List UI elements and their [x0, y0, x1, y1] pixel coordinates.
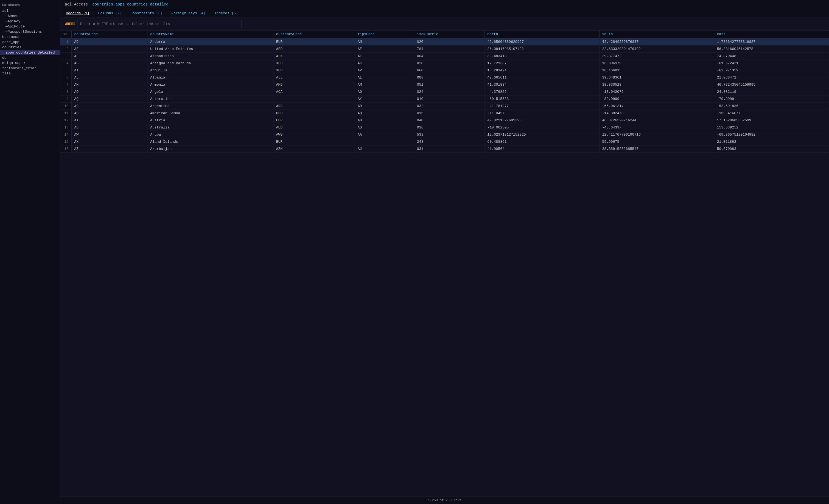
table-row[interactable]: 9AQAntarcticaAY010-60.515533-89.9999179.… — [60, 96, 829, 103]
sidebar-item-apps-countries-detailed[interactable]: apps_countries_detailed — [0, 50, 60, 55]
cell-countryName: Andorra — [147, 38, 274, 45]
table-row[interactable]: 14AWArubaAWGAA53312.62371812715292512.41… — [60, 131, 829, 138]
cell-isoNumeric: 533 — [414, 131, 484, 138]
sidebar-item-melquisuper[interactable]: melquisuper — [0, 60, 60, 66]
cell-north: -60.515533 — [484, 96, 599, 103]
cell-south: 38.830528 — [599, 81, 714, 88]
table-row[interactable]: 15AXÅland IslandsEUR24860.48886159.90675… — [60, 138, 829, 145]
table-row[interactable]: 7AMArmeniaAMDAM05141.30183438.83052846.7… — [60, 81, 829, 88]
sidebar-item-acl[interactable]: acl — [0, 8, 60, 13]
table-row[interactable]: 10ARArgentinaARSAR032-21.781277-55.06131… — [60, 103, 829, 110]
tab-separator: | — [125, 11, 127, 15]
table-body: 1ADAndorraEURAN02042.6560438962999742.42… — [60, 38, 829, 153]
cell-east: 24.082119 — [714, 88, 829, 96]
pagination-info: 1-250 of 250 rows — [428, 499, 462, 502]
tab-columns[interactable]: Columns [2] — [97, 11, 123, 16]
sidebar-item-countries[interactable]: countries — [0, 45, 60, 50]
col-header-fipsCode[interactable]: fipsCode — [355, 31, 414, 38]
sidebar-item-core_app[interactable]: core_app — [0, 39, 60, 45]
cell-south: 46.3726520216244 — [599, 117, 714, 124]
data-table: idcountryCodecountryNamecurrencyCodefips… — [60, 31, 829, 153]
col-header-id[interactable]: id — [60, 31, 71, 38]
col-header-currencyCode[interactable]: currencyCode — [273, 31, 355, 38]
cell-south: -43.64397 — [599, 124, 714, 131]
cell-east: -69.86575120104982 — [714, 131, 829, 138]
table-row[interactable]: 11ASAmerican SamoaUSDAQ016-11.0497-14.38… — [60, 110, 829, 117]
cell-id: 12 — [60, 117, 71, 124]
table-row[interactable]: 6ALAlbaniaALLAL00842.66561139.64836121.0… — [60, 74, 829, 81]
tab-records[interactable]: Records [1] — [65, 11, 91, 16]
cell-fipsCode: AN — [355, 38, 414, 45]
cell-east: 21.011862 — [714, 138, 829, 145]
table-row[interactable]: 5AIAnguillaXCDAV66018.28342418.166815-62… — [60, 67, 829, 74]
cell-id: 11 — [60, 110, 71, 117]
table-row[interactable]: 2AEUnited Arab EmiratesAEDAE78426.084159… — [60, 45, 829, 53]
cell-fipsCode: AC — [355, 60, 414, 67]
table-row[interactable]: 1ADAndorraEURAN02042.6560438962999742.42… — [60, 38, 829, 45]
table-row[interactable]: 13AUAustraliaAUDAS036-10.062805-43.64397… — [60, 124, 829, 131]
cell-countryName: Antigua and Barbuda — [147, 60, 274, 67]
sidebar-item-business[interactable]: business — [0, 34, 60, 39]
cell-isoNumeric: 010 — [414, 96, 484, 103]
where-keyword: WHERE — [65, 22, 75, 26]
cell-id: 14 — [60, 131, 71, 138]
cell-east: 179.9999 — [714, 96, 829, 103]
sidebar-item-acl-passportsessions[interactable]: —PassportSessions — [0, 29, 60, 34]
sidebar-header: Databases — [0, 2, 60, 8]
sidebar-item-db[interactable]: db — [0, 55, 60, 60]
cell-east: 56.38166046142578 — [714, 45, 829, 53]
cell-south: -89.9999 — [599, 96, 714, 103]
cell-currencyCode: AZN — [273, 145, 355, 153]
cell-currencyCode: AWG — [273, 131, 355, 138]
cell-south: 29.377472 — [599, 53, 714, 60]
cell-isoNumeric: 020 — [414, 38, 484, 45]
cell-countryName: Australia — [147, 124, 274, 131]
cell-east: 1.7865427778319827 — [714, 38, 829, 45]
tab-separator: | — [93, 11, 95, 15]
col-header-countryCode[interactable]: countryCode — [71, 31, 147, 38]
cell-countryCode: AE — [71, 45, 147, 53]
cell-south: -14.382478 — [599, 110, 714, 117]
cell-south: 38.38915252685547 — [599, 145, 714, 153]
cell-fipsCode: AE — [355, 45, 414, 53]
sidebar-item-acl-apikey[interactable]: —ApiKey — [0, 19, 60, 24]
cell-id: 15 — [60, 138, 71, 145]
sidebar-item-restaurant-cesar[interactable]: restaurant_cesar — [0, 66, 60, 71]
cell-countryCode: AD — [71, 38, 147, 45]
cell-countryName: Azerbaijan — [147, 145, 274, 153]
cell-north: 49.0211627691393 — [484, 117, 599, 124]
cell-isoNumeric: 040 — [414, 117, 484, 124]
col-header-isoNumeric[interactable]: isoNumeric — [414, 31, 484, 38]
tab-constraints[interactable]: Constraints [3] — [129, 11, 164, 16]
col-header-countryName[interactable]: countryName — [147, 31, 274, 38]
table-row[interactable]: 4AGAntigua and BarbudaXCDAC02817.7293871… — [60, 60, 829, 67]
sidebar-item-acl-access[interactable]: —Access — [0, 13, 60, 19]
col-header-east[interactable]: east — [714, 31, 829, 38]
table-row[interactable]: 12ATAustriaEURAU04049.021162769139346.37… — [60, 117, 829, 124]
table-row[interactable]: 16AZAzerbaijanAZNAJ03141.9056438.3891525… — [60, 145, 829, 153]
filter-input[interactable] — [77, 20, 242, 28]
tab-indexes[interactable]: Indexes [5] — [213, 11, 239, 16]
cell-isoNumeric: 024 — [414, 88, 484, 96]
cell-north: 38.483418 — [484, 53, 599, 60]
table-header: idcountryCodecountryNamecurrencyCodefips… — [60, 31, 829, 38]
cell-south: 16.996979 — [599, 60, 714, 67]
cell-countryCode: AO — [71, 88, 147, 96]
table-row[interactable]: 8AOAngolaAOAAO024-4.376826-18.04207624.0… — [60, 88, 829, 96]
cell-east: -53.591835 — [714, 103, 829, 110]
cell-fipsCode: AR — [355, 103, 414, 110]
col-header-south[interactable]: south — [599, 31, 714, 38]
cell-countryCode: AS — [71, 110, 147, 117]
cell-countryName: Albania — [147, 74, 274, 81]
col-header-north[interactable]: north — [484, 31, 599, 38]
cell-east: 50.370083 — [714, 145, 829, 153]
cell-id: 6 — [60, 74, 71, 81]
table-row[interactable]: 3AFAfghanistanAFNAF00438.48341829.377472… — [60, 53, 829, 60]
cell-isoNumeric: 004 — [414, 53, 484, 60]
tab-foreignkeys[interactable]: Foreign Keys [4] — [170, 11, 207, 16]
sidebar-item-tila[interactable]: tila — [0, 71, 60, 76]
cell-north: 18.283424 — [484, 67, 599, 74]
cell-currencyCode — [273, 96, 355, 103]
cell-isoNumeric: 248 — [414, 138, 484, 145]
sidebar-item-acl-apiroute[interactable]: —ApiRoute — [0, 24, 60, 29]
